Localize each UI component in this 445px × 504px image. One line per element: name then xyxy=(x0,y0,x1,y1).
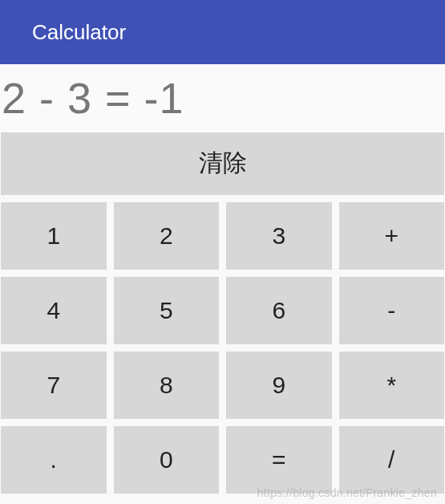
key-grid: 1 2 3 + 4 5 6 - 7 8 9 * . 0 = / xyxy=(1,202,444,494)
key-1[interactable]: 1 xyxy=(1,202,107,270)
key-equals[interactable]: = xyxy=(226,426,332,494)
key-multiply[interactable]: * xyxy=(339,352,445,419)
key-4[interactable]: 4 xyxy=(1,277,107,344)
key-3[interactable]: 3 xyxy=(226,202,332,270)
display-output: 2 - 3 = -1 xyxy=(0,64,445,132)
key-0[interactable]: 0 xyxy=(114,426,220,494)
key-6[interactable]: 6 xyxy=(226,277,332,344)
key-8[interactable]: 8 xyxy=(114,352,220,419)
key-7[interactable]: 7 xyxy=(1,352,107,419)
button-area: 清除 1 2 3 + 4 5 6 - 7 8 9 * . 0 = / xyxy=(0,132,445,495)
key-9[interactable]: 9 xyxy=(226,352,332,419)
clear-button[interactable]: 清除 xyxy=(1,132,444,195)
key-5[interactable]: 5 xyxy=(114,277,220,344)
app-bar: Calculator xyxy=(0,0,445,64)
key-minus[interactable]: - xyxy=(339,277,445,344)
app-title: Calculator xyxy=(32,20,126,45)
key-dot[interactable]: . xyxy=(1,426,107,494)
key-2[interactable]: 2 xyxy=(114,202,220,270)
key-plus[interactable]: + xyxy=(339,202,445,270)
key-divide[interactable]: / xyxy=(339,426,445,494)
